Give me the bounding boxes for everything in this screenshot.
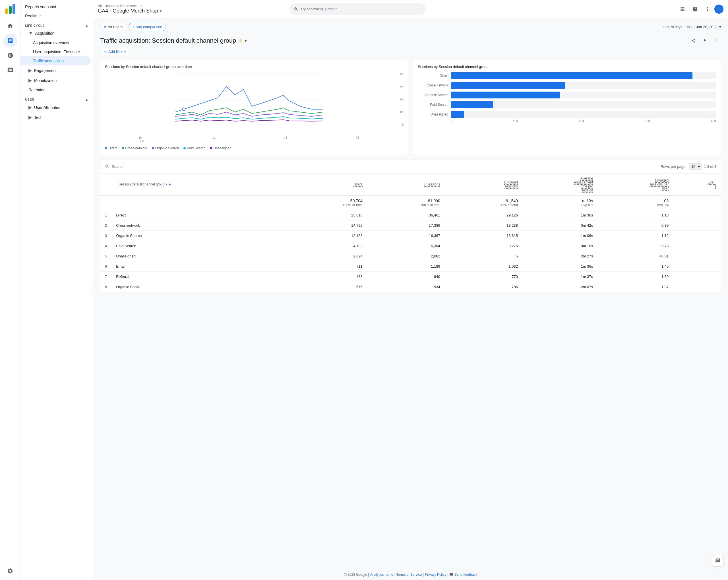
sidebar-item-monetization[interactable]: ▶ Monetization [21,75,91,85]
add-comparison-button[interactable]: + Add comparison [129,23,166,31]
data-table: Session default channel group ▾ + Users … [100,174,721,292]
row-events [673,221,721,231]
table-search[interactable] [105,165,656,169]
row-avg-time: 2m 07s [522,282,597,292]
row-events [673,241,721,251]
avatar[interactable]: G [714,4,724,14]
line-chart-svg [105,72,393,126]
home-icon[interactable] [3,19,17,33]
user-acquisition-label: User acquisition: First user ... [33,50,84,54]
row-events [673,231,721,241]
sidebar-item-realtime[interactable]: Realtime [21,11,91,21]
bar-chart-area: Direct Cross-network Organic [418,72,716,123]
row-events [673,272,721,282]
sidebar: Reports snapshot Realtime Life cycle ▲ ▼… [21,0,93,580]
chat-button[interactable] [712,555,724,566]
search-bar[interactable]: Try searching "Admin" [289,3,426,15]
bar-track [451,72,716,79]
row-sessions: 2,062 [367,251,445,261]
reports-icon[interactable] [3,34,17,48]
account-dropdown-icon[interactable]: ▾ [160,9,162,13]
date-range-selector[interactable]: Last 28 days Jun 1 - Jun 28, 2023 ▾ [662,25,721,29]
total-avg-time: 1m 13s [527,199,593,203]
bar-fill [451,101,493,108]
realtime-label: Realtime [25,14,41,18]
apps-icon[interactable] [677,3,688,15]
lifecycle-collapse-icon[interactable]: ▲ [85,24,88,27]
col-channel-header[interactable]: Session default channel group ▾ + [111,174,289,196]
help-icon[interactable] [689,3,701,15]
page-info: 1-8 of 8 [704,165,716,169]
more-report-icon[interactable] [711,35,721,46]
user-collapse-icon[interactable]: ▲ [85,98,88,101]
topbar: All accounts > Demo Account GA4 - Google… [93,0,728,18]
expand-icon-monetization: ▶ [28,78,32,83]
row-sessions: 16,367 [367,231,445,241]
sidebar-item-user-attributes[interactable]: ▶ User Attributes [21,102,91,112]
row-engaged-sessions: 13,238 [445,221,522,231]
table-search-icon [105,165,109,169]
sidebar-item-reports-snapshot[interactable]: Reports snapshot [21,2,91,11]
col-avg-time-header[interactable]: Averageengagementtime persession [522,174,597,196]
privacy-link[interactable]: Privacy Policy [425,573,446,577]
sidebar-item-engagement[interactable]: ▶ Engagement [21,66,91,75]
svg-rect-0 [5,8,8,14]
total-eng-per-user-pct: Avg 0% [602,203,669,207]
sidebar-item-acquisition-overview[interactable]: Acquisition overview [21,38,91,47]
analytics-home-link[interactable]: Analytics home [370,573,393,577]
row-eng-per-user: 1.37 [597,282,673,292]
total-users: 59,704 [294,199,363,203]
row-users: 483 [289,272,367,282]
warning-icon: ⚠ [238,38,242,44]
col-engaged-sessions-header[interactable]: Engagedsessions [445,174,522,196]
table-row: 3 Organic Search 12,183 16,367 13,615 1m… [100,231,721,241]
table-header-row: Session default channel group ▾ + Users … [100,174,721,196]
row-avg-time: 1m 06s [522,231,597,241]
analytics-logo[interactable] [5,3,15,15]
export-report-icon[interactable] [700,35,710,46]
all-users-segment[interactable]: A All Users [100,23,126,31]
advertising-icon[interactable] [3,64,17,77]
col-group-label: Session default channel group [119,182,164,186]
search-icon [294,7,298,11]
table-body: 1 Direct 25,818 36,461 29,126 1m 36s 1.1… [100,210,721,292]
report-dropdown-icon[interactable]: ▾ [244,38,247,44]
table-totals-row: 59,704 100% of total 81,990 100% of tota… [100,196,721,210]
row-channel: Unassigned [111,251,289,261]
sidebar-item-acquisition[interactable]: ▼ Acquisition [21,28,91,38]
col-group-button[interactable]: Session default channel group ▾ + [116,181,285,188]
lifecycle-section: Life cycle ▲ [21,21,93,28]
add-filter-button[interactable]: Add filter + [100,48,129,55]
row-channel: Cross-network [111,221,289,231]
svg-rect-2 [12,4,15,14]
bar-fill [451,82,565,89]
rows-per-page-select[interactable]: 10 25 50 [689,163,702,170]
feedback-link[interactable]: Send feedback [454,573,477,577]
bar-row-paid-search: Paid Search [420,101,716,108]
sidebar-item-tech[interactable]: ▶ Tech [21,112,91,122]
col-eng-per-user-header[interactable]: Engagedsessions peruser [597,174,673,196]
col-users-header[interactable]: Users [289,174,367,196]
filter-icon [103,50,107,54]
row-num: 1 [100,210,111,221]
terms-link[interactable]: Terms of Service [396,573,422,577]
bar-chart-title: Sessions by Session default channel grou… [418,65,716,69]
share-report-icon[interactable] [688,35,698,46]
sidebar-collapse-button[interactable]: ‹ [89,287,93,294]
table-row: 8 Organic Social 575 934 786 2m 07s 1.37 [100,282,721,292]
table-search-input[interactable] [112,165,168,169]
explore-icon[interactable] [3,49,17,62]
row-users: 711 [289,261,367,272]
col-sessions-header[interactable]: ↓ Sessions [367,174,445,196]
more-icon[interactable] [702,3,713,15]
sidebar-item-traffic-acquisition[interactable]: Traffic acquisition [21,56,91,66]
sidebar-item-retention[interactable]: Retention [21,85,91,95]
bar-track [451,101,716,108]
sidebar-item-user-acquisition[interactable]: User acquisition: First user ... [21,47,91,56]
row-channel: Direct [111,210,289,221]
rows-per-page: Rows per page: 10 25 50 1-8 of 8 [660,163,716,170]
report-header: Traffic acquisition: Session default cha… [100,35,721,46]
settings-icon[interactable] [3,564,17,578]
line-chart-legend: Direct Cross-network Organic Search Paid… [105,146,404,150]
col-eve-header[interactable]: Eve...s [673,174,721,196]
